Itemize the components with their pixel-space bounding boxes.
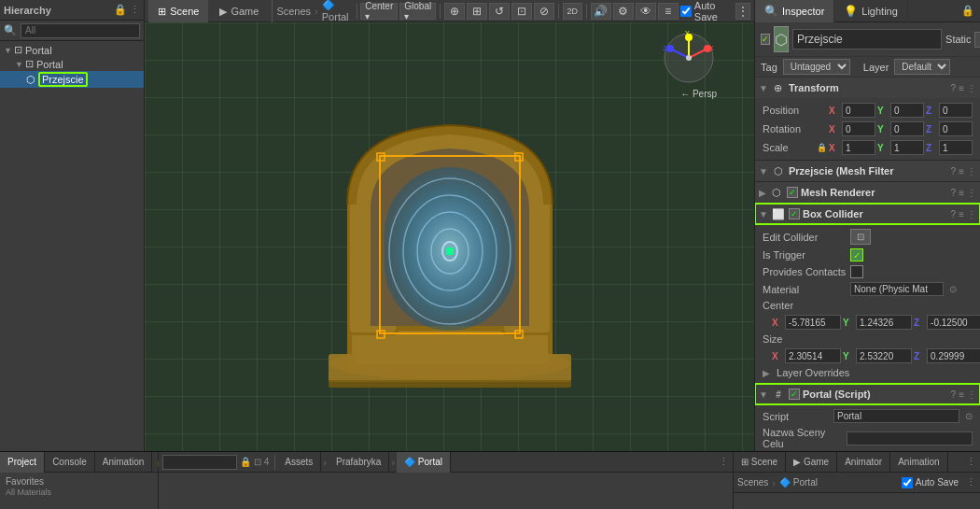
hierarchy-search-input[interactable] [21,23,140,38]
size-xyz-row: X Y Z [763,346,973,365]
edit-collider-btn[interactable]: ⊡ [850,229,871,245]
mesh-filter-header[interactable]: ▼ ⬡ Przejscie (Mesh Filter ? ≡ ⋮ [755,161,980,181]
static-dropdown[interactable]: Static ▾ [974,32,980,48]
mf-settings-icon[interactable]: ≡ [959,166,964,177]
animation-tab[interactable]: Animation [95,452,152,473]
hier-item-przejscie[interactable]: ⬡ Przejscie [0,71,144,88]
svg-point-30 [666,45,674,52]
scene-vis-btn[interactable]: 👁 [636,3,656,20]
gizmo-btn-4[interactable]: ⊡ [511,3,532,20]
gizmo-btn-3[interactable]: ↺ [489,3,510,20]
is-trigger-checkbox[interactable]: ✓ [850,248,863,262]
mesh-renderer-checkbox[interactable]: ✓ [787,187,798,198]
fx-btn[interactable]: ⚙ [613,3,634,20]
center-x-input[interactable] [785,315,841,330]
scale-x-input[interactable] [842,140,875,155]
gizmo-btn-5[interactable]: ⊘ [534,3,554,20]
layer-dropdown[interactable]: Default [894,59,950,75]
scene-menu-btn[interactable]: ⋮ [735,3,750,20]
center-z-input[interactable] [927,315,980,330]
portal-script-checkbox[interactable]: ✓ [789,389,800,400]
transform-header[interactable]: ▼ ⊕ Transform ? ≡ ⋮ [755,78,980,98]
ps-more-icon[interactable]: ⋮ [967,389,976,400]
provides-contacts-checkbox[interactable] [850,265,863,278]
rotation-x-input[interactable] [842,121,875,136]
center-dropdown[interactable]: Center ▾ [360,3,398,20]
assets-tab[interactable]: Assets [277,452,321,473]
inspector-lock-btn[interactable]: 🔒 [956,5,980,17]
auto-save-checkbox[interactable] [680,6,692,17]
portal-svg-container [145,22,754,451]
mr-more-icon[interactable]: ⋮ [967,188,976,198]
bottom-center-menu[interactable]: ⋮ [715,456,733,468]
script-row: Script ⊙ [763,407,973,425]
script-input[interactable] [833,409,959,423]
bottom-search-input[interactable] [162,455,237,470]
mesh-renderer-header[interactable]: ▶ ⬡ ✓ Mesh Renderer ? ≡ ⋮ [755,182,980,203]
audio-btn[interactable]: 🔊 [591,3,611,20]
mr-help-icon[interactable]: ? [951,188,957,198]
scale-y-input[interactable] [890,140,924,155]
box-collider-header[interactable]: ▼ ⬜ ✓ Box Collider ? ≡ ⋮ [755,204,980,224]
tag-dropdown[interactable]: Untagged [783,59,850,75]
mr-settings-icon[interactable]: ≡ [959,188,964,198]
twod-btn[interactable]: 2D [563,3,583,20]
size-y-input[interactable] [856,348,912,363]
nazwa-sceny-input[interactable] [847,431,973,445]
bc-more-icon[interactable]: ⋮ [967,209,976,219]
layer-label: Layer [863,62,889,73]
tab-inspector[interactable]: 🔍 Inspector [755,0,834,22]
position-x-input[interactable] [842,103,875,118]
overlay-btn[interactable]: ≡ [658,3,679,20]
bc-help-icon[interactable]: ? [951,209,957,219]
animator-tab[interactable]: Animator [837,452,890,473]
tab-scene[interactable]: ⊞ Scene [148,0,208,22]
script-pick-icon[interactable]: ⊙ [965,411,973,421]
position-z-input[interactable] [939,103,973,118]
center-y-input[interactable] [856,315,912,330]
mf-more-icon[interactable]: ⋮ [967,166,976,177]
position-y-input[interactable] [890,103,924,118]
scene2-tab[interactable]: ⊞ Scene [734,452,786,473]
tab-lighting[interactable]: 💡 Lighting [834,0,908,22]
size-z-input[interactable] [927,348,980,363]
object-name-input[interactable] [792,29,942,49]
tab-game[interactable]: ▶ Game [210,0,268,22]
auto-save2-checkbox[interactable] [902,477,913,488]
rotation-y-input[interactable] [890,121,924,136]
console-tab[interactable]: Console [45,452,95,473]
object-enabled-checkbox[interactable]: ✓ [761,34,770,45]
bottom-right-menu[interactable]: ⋮ [962,456,980,468]
material-pick-icon[interactable]: ⊙ [949,284,957,294]
scale-lock-icon: 🔒 [817,143,827,152]
game2-tab[interactable]: ▶ Game [786,452,837,473]
box-collider-checkbox[interactable]: ✓ [789,208,800,219]
scale-z-input[interactable] [939,140,973,155]
gizmo-btn-2[interactable]: ⊞ [467,3,487,20]
prafabryka-tab[interactable]: Prafabryka [329,452,389,473]
size-x-input[interactable] [785,348,841,363]
more-icon[interactable]: ⋮ [967,83,976,93]
hier-item-portal-root[interactable]: ▼ ⊡ Portal [0,43,144,57]
portal-script-header[interactable]: ▼ # ✓ Portal (Script) ? ≡ ⋮ [755,384,980,404]
portal-assets-tab[interactable]: 🔷 Portal [397,452,451,473]
lock-icon[interactable]: 🔒 [114,4,127,16]
gizmo-btn-1[interactable]: ⊕ [444,3,465,20]
help-icon[interactable]: ? [951,83,957,93]
settings-icon[interactable]: ≡ [959,83,964,93]
layer-overrides-row: ▶ Layer Overrides [763,365,973,380]
menu-icon[interactable]: ⋮ [130,4,140,16]
rotation-z-input[interactable] [939,121,973,136]
project-tab[interactable]: Project [0,452,45,473]
material-input[interactable] [850,282,944,296]
ps-help-icon[interactable]: ? [951,389,957,400]
ps-settings-icon[interactable]: ≡ [959,389,964,400]
mf-help-icon[interactable]: ? [951,166,957,177]
animation2-tab[interactable]: Animation [890,452,947,473]
bottom-right-menu2[interactable]: ⋮ [966,476,976,488]
global-dropdown[interactable]: Global ▾ [399,3,436,20]
hier-item-portal-child[interactable]: ▼ ⊡ Portal [0,57,144,71]
bc-settings-icon[interactable]: ≡ [959,209,964,219]
scene-view[interactable]: Y X Z ← Persp [145,22,754,451]
bottom-search-icon[interactable]: 🔒 [240,457,251,467]
